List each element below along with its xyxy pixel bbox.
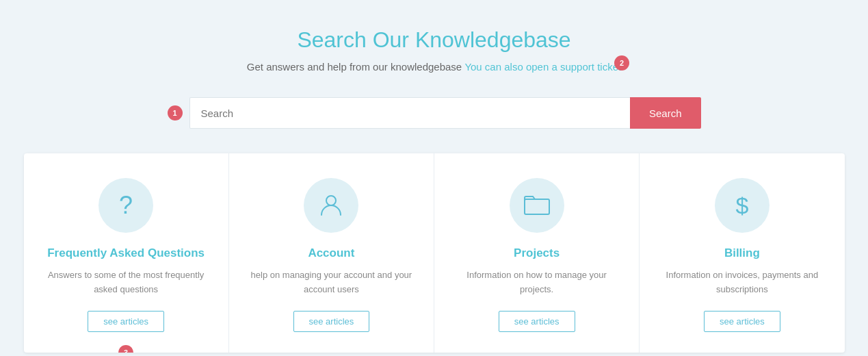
account-card-desc: help on managing your account and your a…: [246, 268, 417, 297]
account-icon-circle: [304, 178, 358, 233]
account-see-articles-button[interactable]: see articles: [293, 311, 370, 332]
projects-see-articles-button[interactable]: see articles: [499, 311, 575, 332]
subtitle-text: Get answers and help from our knowledgeb…: [247, 61, 462, 73]
page-wrapper: Search Our Knowledgebase Get answers and…: [0, 0, 868, 356]
page-title: Search Our Knowledgebase: [247, 27, 621, 53]
card-account: Account help on managing your account an…: [229, 153, 434, 353]
search-row: 1 Search: [168, 97, 701, 129]
billing-icon-circle: $: [715, 178, 770, 233]
projects-card-title: Projects: [514, 246, 560, 260]
support-ticket-link[interactable]: You can also open a support ticket: [464, 61, 621, 73]
faq-card-desc: Answers to some of the most frequently a…: [40, 268, 212, 297]
person-icon: [319, 192, 343, 220]
faq-see-articles-button[interactable]: see articles: [88, 311, 164, 332]
hero-section: Search Our Knowledgebase Get answers and…: [247, 27, 621, 77]
faq-card-title: Frequently Asked Questions: [47, 246, 205, 260]
folder-icon: [524, 193, 550, 218]
card-projects: Projects Information on how to manage yo…: [434, 153, 640, 353]
cards-section: ? Frequently Asked Questions Answers to …: [24, 153, 845, 353]
question-mark-icon: ?: [119, 193, 133, 218]
billing-card-title: Billing: [724, 246, 760, 260]
account-card-title: Account: [308, 246, 354, 260]
svg-point-0: [326, 196, 336, 205]
card-billing: $ Billing Information on invoices, payme…: [640, 153, 844, 353]
svg-rect-1: [525, 199, 549, 214]
projects-icon-circle: [510, 178, 564, 233]
annotation-badge-1: 1: [168, 105, 183, 120]
faq-icon-circle: ?: [98, 178, 153, 233]
search-input[interactable]: [189, 97, 630, 129]
support-link-wrapper: You can also open a support ticket 2: [464, 61, 621, 73]
billing-see-articles-button[interactable]: see articles: [704, 311, 780, 332]
search-button[interactable]: Search: [630, 97, 701, 129]
billing-card-desc: Information on invoices, payments and su…: [656, 268, 828, 297]
annotation-badge-2: 2: [614, 55, 629, 71]
dollar-icon: $: [735, 194, 748, 217]
annotation-badge-3: 3: [118, 345, 133, 353]
projects-card-desc: Information on how to manage your projec…: [451, 268, 622, 297]
hero-subtitle: Get answers and help from our knowledgeb…: [247, 61, 621, 73]
card-faq: ? Frequently Asked Questions Answers to …: [24, 153, 229, 353]
